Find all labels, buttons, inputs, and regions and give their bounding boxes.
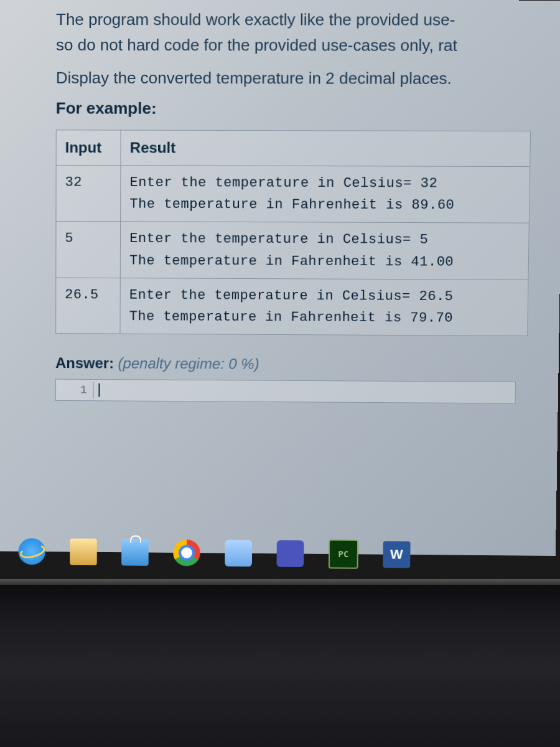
pc-icon[interactable]: PC [329,540,358,569]
file-explorer-icon[interactable] [70,538,97,565]
table-row: 5 Enter the temperature in Celsius= 5 Th… [56,222,530,280]
line-number: 1 [56,382,94,398]
result-cell: Enter the temperature in Celsius= 5 The … [121,222,530,280]
instruction-line-1: The program should work exactly like the… [56,7,560,32]
example-table: Input Result 32 Enter the temperature in… [55,129,531,336]
example-heading: For example: [56,96,560,122]
table-row: 32 Enter the temperature in Celsius= 32 … [56,165,530,223]
answer-label: Answer: [55,355,114,372]
screen-content: The program should work exactly like the… [0,0,560,556]
table-row: 26.5 Enter the temperature in Celsius= 2… [56,278,528,336]
instruction-line-3: Display the converted temperature in 2 d… [56,66,560,91]
app-icon-2[interactable] [277,540,304,567]
result-cell: Enter the temperature in Celsius= 26.5 T… [120,278,528,336]
code-editor[interactable]: 1 [55,379,516,404]
input-cell: 32 [56,165,121,222]
table-header-result: Result [121,130,530,167]
result-cell: Enter the temperature in Celsius= 32 The… [121,166,530,223]
app-icon[interactable] [225,540,252,566]
laptop-base [0,585,560,747]
table-header-input: Input [56,130,121,166]
input-cell: 5 [56,222,121,278]
internet-explorer-icon[interactable] [19,538,45,565]
input-cell: 26.5 [56,278,121,334]
taskbar: PC W [12,533,417,573]
store-icon[interactable] [121,539,149,566]
penalty-text: (penalty regime: 0 %) [118,355,259,372]
word-icon[interactable]: W [383,541,410,568]
chrome-icon[interactable] [173,539,200,566]
answer-line: Answer: (penalty regime: 0 %) [55,352,559,377]
instruction-line-2: so do not hard code for the provided use… [56,33,560,58]
text-cursor [98,383,100,397]
